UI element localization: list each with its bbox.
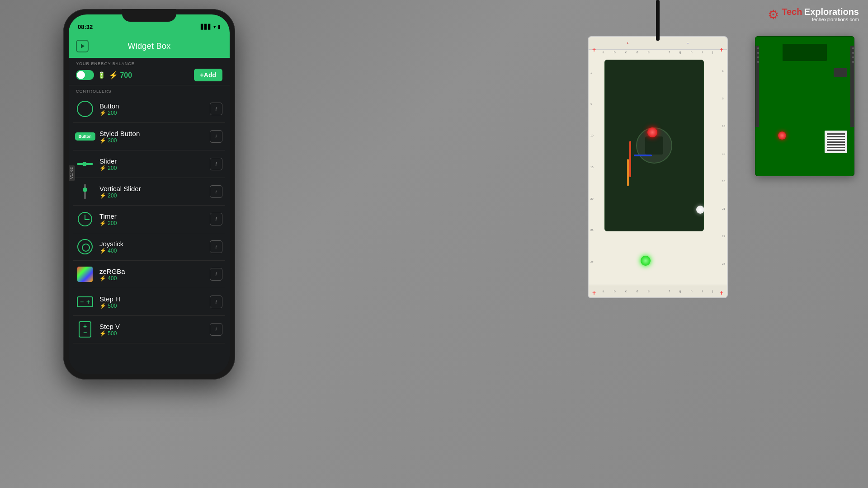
step-v-widget-icon: + − — [76, 320, 94, 338]
pin-headers-right — [850, 46, 854, 127]
list-item[interactable]: zeRGBa ⚡ 400 i — [73, 261, 225, 288]
widget-name: Vertical Slider — [99, 185, 204, 192]
vslider-widget-icon — [76, 183, 94, 201]
plus-icon: + — [86, 299, 90, 305]
energy-label: YOUR ENERGY BALANCE — [76, 61, 222, 66]
widget-cost: ⚡ 200 — [99, 165, 204, 171]
vslider-icon — [84, 184, 86, 199]
energy-section: YOUR ENERGY BALANCE 🔋 ⚡ 700 +Add — [69, 58, 230, 85]
energy-value: ⚡ 700 — [109, 71, 132, 80]
info-button[interactable]: i — [210, 185, 222, 198]
info-button[interactable]: i — [210, 240, 222, 253]
widget-info: Joystick ⚡ 400 — [99, 240, 204, 254]
widget-info: Button ⚡ 200 — [99, 102, 204, 116]
info-button[interactable]: i — [210, 103, 222, 115]
led-green — [641, 256, 651, 266]
widget-cost: ⚡ 200 — [99, 110, 204, 116]
list-item[interactable]: Button Styled Button ⚡ 300 i — [73, 123, 225, 150]
logo-url: techexplorations.com — [782, 17, 859, 22]
board-component — [834, 68, 847, 77]
plus-icon: + — [83, 323, 87, 329]
styled-btn-icon: Button — [75, 132, 95, 141]
play-button[interactable] — [76, 40, 89, 52]
widget-name: Button — [99, 102, 204, 110]
electronics-area: + − a b c d e f g h i j — [588, 36, 854, 298]
wire-red — [629, 141, 631, 177]
energy-row: 🔋 ⚡ 700 +Add — [76, 69, 222, 81]
qr-code-area — [825, 131, 847, 153]
small-board — [755, 36, 854, 176]
widget-cost: ⚡ 500 — [99, 330, 204, 337]
widget-name: Step H — [99, 295, 204, 303]
widget-name: Styled Button — [99, 130, 204, 137]
widget-cost: ⚡ 500 — [99, 303, 204, 309]
info-button[interactable]: i — [210, 158, 222, 170]
widget-info: Step H ⚡ 500 — [99, 295, 204, 309]
widget-cost: ⚡ 300 — [99, 137, 204, 144]
list-item[interactable]: Timer ⚡ 200 i — [73, 206, 225, 233]
cross-left-top: + — [592, 46, 596, 53]
list-item[interactable]: Slider ⚡ 200 i — [73, 150, 225, 178]
zergba-icon — [77, 267, 93, 282]
list-item[interactable]: Joystick ⚡ 400 i — [73, 233, 225, 261]
info-button[interactable]: i — [210, 268, 222, 281]
widget-name: Joystick — [99, 240, 204, 248]
app-title: Widget Box — [127, 42, 170, 51]
timer-widget-icon — [76, 210, 94, 228]
list-item[interactable]: Button ⚡ 200 i — [73, 95, 225, 123]
small-board-container — [755, 36, 854, 176]
button-widget-icon — [76, 100, 94, 118]
logo-text: Tech Explorations techexplorations.com — [782, 7, 859, 22]
info-button[interactable]: i — [210, 130, 222, 143]
status-icons: ▋▋▋ ▾ ▮ — [201, 24, 221, 30]
version-badge: V1: 62 — [69, 165, 75, 181]
widget-info: Slider ⚡ 200 — [99, 157, 204, 171]
zergba-widget-icon — [76, 265, 94, 283]
mcu-chip-inner — [645, 136, 663, 155]
add-button[interactable]: +Add — [194, 69, 222, 81]
slider-widget-icon — [76, 155, 94, 173]
widget-name: Step V — [99, 323, 204, 330]
battery-icon: ▮ — [218, 24, 221, 30]
controllers-section: CONTROLLERS — [69, 85, 230, 95]
gear-icon: ⚙ — [768, 7, 779, 22]
phone-screen: 08:32 ▋▋▋ ▾ ▮ Widget Box YOUR ENERGY BAL… — [69, 14, 230, 374]
info-button[interactable]: i — [210, 296, 222, 308]
breadboard-container: + − a b c d e f g h i j — [588, 36, 728, 298]
logo-tech: Tech — [782, 7, 802, 17]
toggle-switch[interactable] — [76, 70, 94, 80]
battery-display-icon: 🔋 — [98, 71, 105, 79]
breadboard-inner: + − a b c d e f g h i j — [589, 37, 727, 297]
phone-container: 08:32 ▋▋▋ ▾ ▮ Widget Box YOUR ENERGY BAL… — [63, 9, 235, 380]
pin-headers-left — [755, 46, 759, 127]
wire-orange — [627, 159, 629, 186]
led-white — [696, 206, 704, 214]
app-header: Widget Box — [69, 34, 230, 58]
cross-right-top: + — [720, 46, 723, 53]
board-chip — [782, 43, 827, 61]
list-item[interactable]: Vertical Slider ⚡ 200 i — [73, 178, 225, 206]
widget-info: Styled Button ⚡ 300 — [99, 130, 204, 144]
minus-icon: − — [83, 329, 87, 336]
circle-icon — [77, 101, 93, 117]
widget-name: zeRGBa — [99, 267, 204, 275]
timer-icon — [78, 212, 92, 226]
info-button[interactable]: i — [210, 323, 222, 336]
widget-info: zeRGBa ⚡ 400 — [99, 267, 204, 282]
widget-name: Timer — [99, 212, 204, 220]
led-red — [647, 127, 657, 137]
breadboard: + − a b c d e f g h i j — [588, 36, 728, 298]
widget-info: Step V ⚡ 500 — [99, 323, 204, 337]
usb-cable — [656, 0, 660, 41]
info-button[interactable]: i — [210, 213, 222, 225]
logo-area: ⚙ Tech Explorations techexplorations.com — [768, 7, 859, 22]
wire-blue-h — [634, 155, 652, 156]
widget-info: Vertical Slider ⚡ 200 — [99, 185, 204, 199]
minus-icon: − — [80, 299, 84, 305]
widget-name: Slider — [99, 157, 204, 165]
list-item[interactable]: + − Step V ⚡ 500 i — [73, 316, 225, 343]
widget-list: Button ⚡ 200 i Button Styled Button ⚡ 30… — [69, 95, 230, 343]
joystick-icon — [77, 239, 93, 254]
styled-button-widget-icon: Button — [76, 127, 94, 145]
list-item[interactable]: − + Step H ⚡ 500 i — [73, 288, 225, 316]
